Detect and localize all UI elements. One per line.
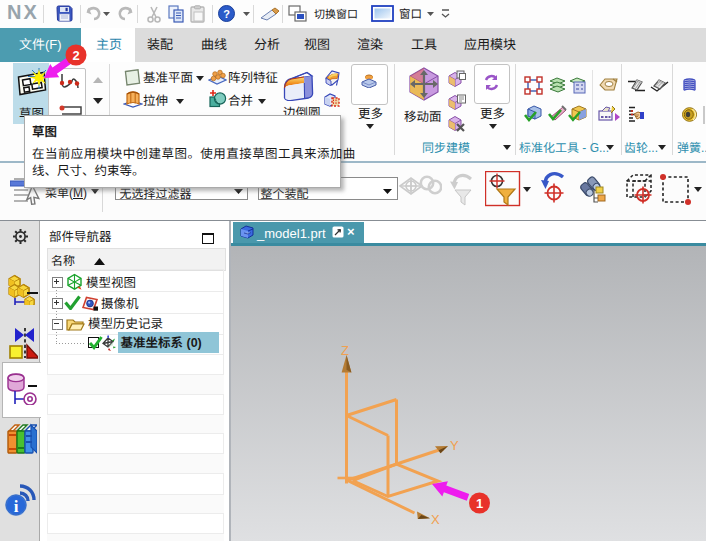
svg-text:Z: Z xyxy=(341,343,349,358)
svg-text:Y: Y xyxy=(450,438,459,453)
svg-text:?: ? xyxy=(223,8,230,20)
svg-text:X: X xyxy=(431,512,440,527)
svg-text:i: i xyxy=(14,497,19,516)
